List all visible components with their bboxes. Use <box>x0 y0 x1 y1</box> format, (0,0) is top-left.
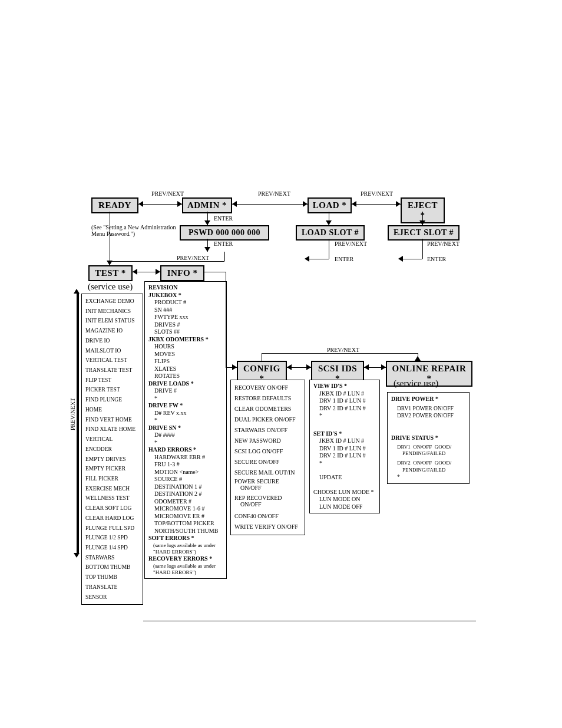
prevnext-3: PREV/NEXT <box>361 190 393 197</box>
prevnext-2: PREV/NEXT <box>258 190 290 197</box>
test-list: EXCHANGE DEMOINIT MECHANICS INIT ELEM ST… <box>81 294 143 605</box>
menu-tree-diagram: READY ADMIN * LOAD * EJECT * PSWD 000 00… <box>0 0 562 728</box>
service-use-2: (service use) <box>394 378 438 388</box>
prevnext-6: PREV/NEXT <box>177 255 209 261</box>
config-list: RECOVERY ON/OFFRESTORE DEFAULTS CLEAR OD… <box>230 380 305 535</box>
prevnext-load: PREV/NEXT <box>335 241 367 247</box>
loadslot-box: LOAD SLOT # <box>296 225 365 241</box>
enter-3: ENTER <box>335 256 353 262</box>
info-box: INFO * <box>160 265 204 281</box>
ready-box: READY <box>91 197 138 213</box>
prevnext-eject: PREV/NEXT <box>427 241 459 247</box>
up-arrow-icon <box>74 289 80 294</box>
info-list: REVISION JUKEBOX * PRODUCT # SN ### FWTY… <box>144 281 227 579</box>
test-box: TEST * <box>88 265 133 281</box>
setting-note: (See "Setting a New Administration Menu … <box>91 224 178 237</box>
enter-1: ENTER <box>214 215 233 222</box>
load-box: LOAD * <box>308 197 352 213</box>
prevnext-7: PREV/NEXT <box>327 347 359 353</box>
enter-2: ENTER <box>214 241 233 247</box>
prevnext-vertical: PREV/NEXT <box>70 398 76 430</box>
enter-4: ENTER <box>427 256 446 262</box>
admin-box: ADMIN * <box>182 197 232 213</box>
down-arrow-icon <box>74 553 80 558</box>
service-use-1: (service use) <box>88 282 133 292</box>
prevnext-1: PREV/NEXT <box>151 190 184 197</box>
scsi-list: VIEW ID'S * JKBX ID # LUN # DRV 1 ID # L… <box>309 380 380 513</box>
ejectslot-box: EJECT SLOT # <box>388 225 459 241</box>
repair-list: DRIVE POWER * DRV1 POWER ON/OFF DRV2 POW… <box>387 392 470 484</box>
pswd-box: PSWD 000 000 000 <box>180 225 269 241</box>
vertical-bar <box>77 294 79 553</box>
